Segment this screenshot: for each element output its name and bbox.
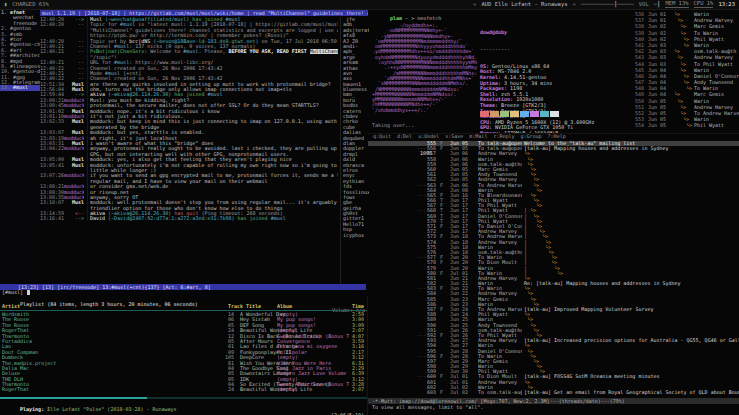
chat-segment: or riseup.net [90, 190, 129, 195]
mail-date: Jul 02 [450, 390, 468, 395]
mail-flag: F [440, 390, 443, 395]
playlist-header: Playlist (84 items, length 3 hours, 20 m… [2, 297, 365, 303]
chat-segment: (~akiva@26.114.26.30) [105, 211, 171, 216]
buffer-name: #gpg [10, 75, 25, 80]
prev-track-icon[interactable]: « [473, 2, 476, 7]
mail-from: To osm.talk-au@th [478, 390, 522, 395]
weechat-chat-area: 12:40:20-->│Musl (~weechat@unaffiliated/… [40, 17, 338, 284]
buffer-name: ##architect [7, 53, 40, 58]
chat-segment: ah right, it's just localhost [90, 136, 177, 141]
chat-segment: #musl [183, 49, 198, 54]
mail-from: Andrew Harvey [694, 18, 733, 23]
chat-segment: has joined [235, 216, 271, 221]
thread-tree: └> [674, 123, 692, 128]
player-progress-bar[interactable] [0, 397, 367, 399]
mail-from: To Phil Wyatt [694, 62, 733, 67]
mutt-message-line: To view all messages, limit to "all". [372, 405, 739, 411]
mail-date: Jun 03 [648, 55, 666, 60]
chat-segment: (~akiva@26.114.26.30) [105, 92, 171, 97]
mutt-message-index: 555FJun 05To talk-au@openstWelcome to th… [368, 141, 739, 397]
mail-number: 546 [632, 74, 644, 79]
col-artist: Artist [2, 304, 20, 309]
mail-from: Warin [694, 68, 709, 73]
mail-from: osm.talk-au@th [694, 49, 736, 54]
chat-segment: is "latest musl: 1.1.19 [2018-07-18] | h… [135, 22, 338, 27]
buffer-name: #lineageos [7, 64, 40, 69]
chat-segment: has quit [171, 211, 201, 216]
mail-number: 545 [632, 68, 644, 73]
buffer-number [1, 15, 10, 20]
chat-segment: PvBot|nat|ChanServ [90, 49, 144, 54]
text-cursor [27, 290, 30, 295]
mail-from: Warin [694, 43, 709, 48]
chat-segment: little while longer :) [90, 168, 156, 173]
chat-segment: https://ptpb.pw/ or http://termbin.com/ … [90, 33, 289, 38]
mail-number: 550 [632, 99, 644, 104]
buffer-item[interactable]: 13. #musl [0, 85, 40, 90]
next-track-icon[interactable]: » [573, 2, 576, 7]
mail-row[interactable]: 603FJul 02To osm.talk-au@th[talk-au] Get… [368, 390, 739, 395]
mail-date: Jun 01 [648, 12, 666, 17]
mail-number: 554 [632, 123, 644, 128]
thread-tree: └> [674, 24, 686, 29]
mutt-pane: q:Quit d:Del u:Undel s:Save m:Mail r:Rep… [368, 133, 739, 415]
mail-from: Warin [694, 99, 709, 104]
mail-from: Phil Wyatt [694, 123, 724, 128]
mail-from: Andy Townsend [694, 80, 733, 85]
nick-item[interactable]: icyphox [343, 233, 369, 238]
track-row[interactable]: RogerThat24Beautiful Wonderful Life(empt… [0, 387, 367, 392]
mail-number: 537 [632, 18, 644, 23]
mail-number: 539 [632, 31, 644, 36]
chat-segment: on Tue, 17 Jul 2018 06:50:23 [259, 39, 338, 44]
prompt-command: > neofetch [411, 15, 441, 21]
chat-segment: Mode [90, 71, 105, 76]
neofetch-underline: ---------- [480, 47, 594, 53]
mail-date: Jun 05 [648, 123, 666, 128]
terminal-color-swatches [480, 111, 559, 117]
mail-from: Andrew Harvey [694, 55, 733, 60]
chat-segment: regular mail, and I have to view your ma… [90, 179, 268, 184]
chat-segment: "MultiChannel" guidelines there! channel… [90, 28, 338, 33]
chat-segment: modduck: but yes, starttls is enabled. [90, 130, 204, 135]
track-album: (empty) [277, 387, 349, 392]
thread-tree: └> [674, 12, 680, 17]
mail-mini-row[interactable]: 554Jun 05 └>Phil Wyatt [632, 123, 739, 129]
chat-segment: anyway, protonmail really ought to be av… [90, 146, 338, 151]
mail-from: Phil Wyatt [694, 37, 724, 42]
chat-segment: modduck: unfortunately i'm not capable o… [90, 163, 338, 168]
mail-number: 549 [632, 92, 644, 97]
buffer-number: 11. [1, 75, 10, 80]
mail-date: Jun 04 [648, 68, 666, 73]
mail-number: 538 [632, 24, 644, 29]
now-playing-title: AUD Elle Lefant - Runaways [481, 2, 567, 7]
chat-segment: friendlier option for those who don't kn… [90, 206, 283, 211]
thread-tree: └> [674, 80, 689, 85]
weechat-buffer-list: 1. efnet weechat freenode2. #gentoo3. #s… [0, 10, 40, 284]
mail-date: Jun 05 [648, 111, 666, 116]
track-progress-slider[interactable]: ──────────┃───── [581, 2, 634, 7]
chat-segment: #musl [114, 44, 129, 49]
mail-from: Warin [694, 117, 709, 122]
mail-from: To Warin [694, 86, 718, 91]
mail-number: 540 [632, 37, 644, 42]
color-swatch [540, 111, 549, 117]
color-swatch [520, 111, 529, 117]
thread-tree: └> [674, 37, 689, 42]
chat-segment: #musl [105, 71, 120, 76]
battery-status: CHARGED 63% [12, 2, 48, 7]
mail-number: 603 [420, 390, 436, 395]
buffer-name: efnet [7, 10, 25, 15]
chat-segment: Channel [90, 44, 114, 49]
chat-segment: : Welcome to [144, 49, 183, 54]
chat-segment: bcc|dNS [129, 39, 150, 44]
chat-segment: #musl [120, 22, 135, 27]
track-artist: RogerThat [2, 387, 29, 392]
buffer-name: #telegram [10, 80, 40, 85]
chat-segment: Topic for [90, 22, 120, 27]
mail-date: Jun 02 [648, 31, 666, 36]
chat-segment: has joined [189, 17, 225, 22]
color-swatch [530, 111, 539, 117]
volume-slider[interactable]: ─┃ [654, 2, 661, 7]
thread-tree: └> [674, 105, 686, 110]
weechat-nicklist: _jfe_adbads|teratedafx8AJ_Z0andi-aph_arg… [340, 17, 369, 284]
